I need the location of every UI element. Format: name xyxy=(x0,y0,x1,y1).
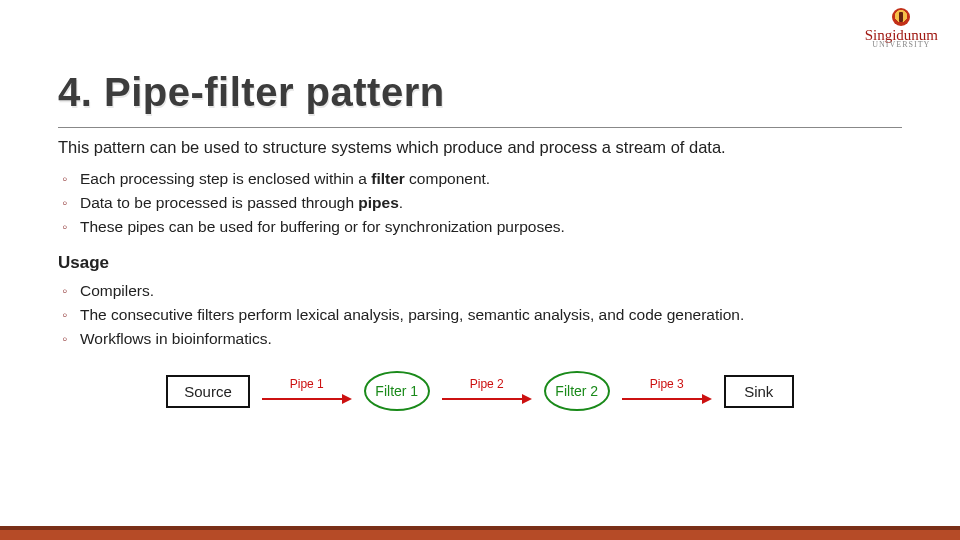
arrow-icon xyxy=(442,393,532,405)
bullet-list-primary: Each processing step is enclosed within … xyxy=(58,167,902,239)
brand-logo: Singidunum UNIVERSITY xyxy=(865,8,938,49)
list-item: The consecutive filters perform lexical … xyxy=(80,303,902,327)
list-item: Workflows in bioinformatics. xyxy=(80,327,902,351)
title-rule xyxy=(58,127,902,128)
svg-marker-3 xyxy=(522,394,532,404)
list-item: Data to be processed is passed through p… xyxy=(80,191,902,215)
list-item: Each processing step is enclosed within … xyxy=(80,167,902,191)
diagram-pipe-3: Pipe 3 xyxy=(622,377,712,405)
slide-title: 4. Pipe-filter pattern xyxy=(58,70,902,115)
arrow-icon xyxy=(262,393,352,405)
arrow-icon xyxy=(622,393,712,405)
pipe-filter-diagram: Source Pipe 1 Filter 1 Pipe 2 Filter 2 P… xyxy=(58,371,902,411)
diagram-filter-2: Filter 2 xyxy=(544,371,610,411)
diagram-filter-1: Filter 1 xyxy=(364,371,430,411)
footer-accent-bar xyxy=(0,526,960,540)
brand-subtitle: UNIVERSITY xyxy=(872,40,930,49)
svg-marker-5 xyxy=(702,394,712,404)
diagram-sink-box: Sink xyxy=(724,375,794,408)
pipe-label: Pipe 2 xyxy=(470,377,504,391)
brand-logo-mark xyxy=(892,8,910,26)
diagram-pipe-1: Pipe 1 xyxy=(262,377,352,405)
usage-heading: Usage xyxy=(58,253,902,273)
lead-text: This pattern can be used to structure sy… xyxy=(58,138,902,157)
slide-body: 4. Pipe-filter pattern 4. Pipe-filter pa… xyxy=(0,0,960,411)
list-item: These pipes can be used for buffering or… xyxy=(80,215,902,239)
pipe-label: Pipe 3 xyxy=(650,377,684,391)
diagram-pipe-2: Pipe 2 xyxy=(442,377,532,405)
bold-term-filter: filter xyxy=(371,170,405,187)
svg-marker-1 xyxy=(342,394,352,404)
list-item: Compilers. xyxy=(80,279,902,303)
bullet-list-usage: Compilers. The consecutive filters perfo… xyxy=(58,279,902,351)
diagram-source-box: Source xyxy=(166,375,250,408)
pipe-label: Pipe 1 xyxy=(290,377,324,391)
bold-term-pipes: pipes xyxy=(358,194,398,211)
